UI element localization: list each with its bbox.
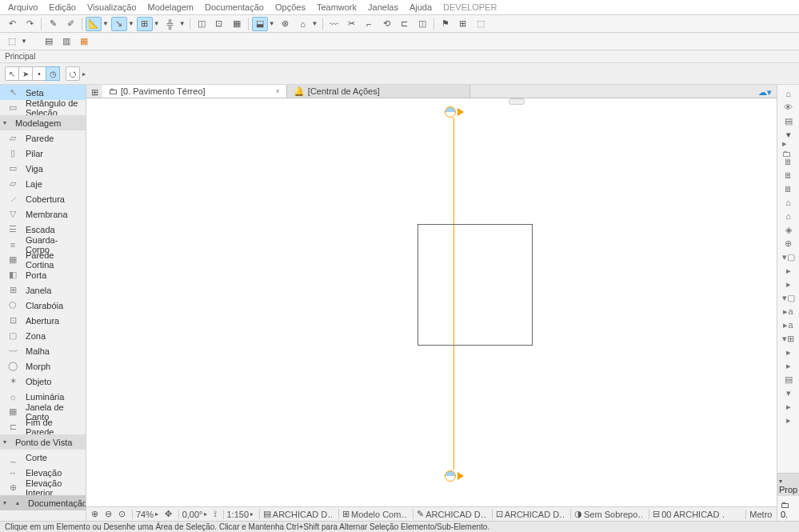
seg-dot[interactable]: • [32, 66, 46, 81]
zoom-fit-icon[interactable]: ⊕ [91, 509, 98, 519]
undo-button[interactable]: ↶ [4, 17, 20, 31]
nav-expand4[interactable]: ▾▢ [782, 292, 795, 303]
zone-tool-dropdown[interactable]: ▼ [21, 38, 27, 45]
zoom-100-icon[interactable]: ⊙ [118, 509, 126, 519]
ruler-dropdown[interactable]: ▼ [102, 20, 109, 27]
toolbox-header-doc[interactable]: ▸Documentação [0, 495, 86, 510]
tool-interior-elev[interactable]: ⊕Elevação Interior [0, 480, 86, 495]
tool-beam[interactable]: ▭Viga [0, 161, 86, 176]
id-button[interactable]: ⊞ [455, 17, 471, 31]
tool-mesh[interactable]: 〰Malha [0, 343, 86, 358]
grid-button[interactable]: ╬ [162, 17, 178, 31]
nav-item2-icon[interactable]: 🗎 [782, 170, 795, 181]
properties-collapsed[interactable]: ▾ Prop [777, 473, 799, 496]
nav-expand8[interactable]: ▸ [782, 346, 795, 358]
ruler-button[interactable]: 📐 [86, 17, 102, 31]
tab-grid-button[interactable]: ⊞ [87, 85, 102, 99]
menu-ajuda[interactable]: Ajuda [405, 2, 437, 13]
mirror-button[interactable]: ⊏ [397, 17, 413, 31]
toolbox-header-modelagem[interactable]: Modelagem [0, 115, 86, 130]
gravity-button[interactable]: ⬓ [252, 17, 268, 31]
tool-curtain[interactable]: ▦Parede Cortina [0, 252, 86, 267]
tool-skylight[interactable]: ⬠Clarabóia [0, 298, 86, 313]
orient-icon[interactable]: ⟟ [214, 509, 217, 519]
wireframe-button[interactable]: ⬚ [473, 17, 489, 31]
measure-button[interactable]: 〰 [326, 17, 342, 31]
tool-wall[interactable]: ▱Parede [0, 130, 86, 146]
tool-window[interactable]: ⊞Janela [0, 282, 86, 298]
layer-value[interactable]: ARCHICAD D… [273, 510, 332, 519]
nav-project-icon[interactable]: ⌂ [782, 88, 795, 99]
nav-expand6[interactable]: ▸a [782, 319, 795, 330]
story-marker-bottom[interactable] [445, 470, 464, 482]
tool-section[interactable]: ⎯Corte [0, 450, 86, 465]
seg-cursor[interactable]: ⭯ [66, 66, 80, 81]
menu-visualizacao[interactable]: Visualização [82, 2, 142, 13]
scale-value[interactable]: 1:150 [227, 510, 250, 519]
angle-value[interactable]: 0,00° [182, 510, 203, 519]
nav-expand5[interactable]: ▸a [782, 306, 795, 317]
zoom-out-icon[interactable]: ⊖ [105, 509, 112, 519]
trace-opt-button[interactable]: ▦ [76, 34, 92, 49]
tab-cloud-button[interactable]: ☁▾ [753, 85, 776, 99]
nav-expand9[interactable]: ▸ [782, 360, 795, 371]
seg-arrow[interactable]: ➤ [18, 66, 33, 81]
tool-slab[interactable]: ▱Laje [0, 176, 86, 191]
zoom-value[interactable]: 74% [136, 510, 154, 519]
menu-documentacao[interactable]: Documentação [200, 2, 269, 13]
seg-pointer[interactable]: ↖ [5, 66, 19, 81]
elevation-dropdown[interactable]: ▼ [312, 20, 318, 27]
close-icon[interactable]: × [276, 87, 280, 95]
dim-value[interactable]: 00 ARCHICAD … [661, 510, 725, 519]
tool-shell[interactable]: ▽Membrana [0, 206, 86, 222]
multiply-button[interactable]: ◫ [414, 17, 430, 31]
tool-door[interactable]: ◧Porta [0, 267, 86, 282]
nav-layout-icon[interactable]: ▤ [782, 115, 795, 126]
nav-house-icon[interactable]: ⌂ [782, 210, 795, 222]
gravity-dropdown[interactable]: ▼ [269, 20, 275, 27]
suspend-button[interactable]: ◫ [194, 17, 210, 31]
story-marker-top[interactable] [445, 106, 464, 118]
nav-item3-icon[interactable]: 🗎 [782, 183, 795, 194]
tool-opening[interactable]: ⊡Abertura [0, 313, 86, 328]
nav-expand10[interactable]: ▸ [782, 401, 795, 412]
snap-dropdown[interactable]: ▼ [154, 20, 160, 27]
menu-modelagem[interactable]: Modelagem [143, 2, 198, 13]
rotate-button[interactable]: ⟲ [379, 17, 395, 31]
nav-globe-icon[interactable]: ⊕ [782, 238, 795, 249]
tab-floorplan[interactable]: 🗀 [0. Pavimento Térreo] × [102, 85, 287, 98]
seg-circle[interactable]: ◷ [46, 66, 60, 81]
nav-expand2[interactable]: ▸ [782, 265, 795, 276]
drawn-rectangle[interactable] [417, 224, 533, 346]
unit-value[interactable]: Metro [749, 510, 772, 519]
menu-teamwork[interactable]: Teamwork [312, 2, 362, 13]
tool-roof[interactable]: ⟋Cobertura [0, 191, 86, 206]
syringe-button[interactable]: ✐ [62, 17, 78, 31]
menu-edicao[interactable]: Edição [44, 2, 81, 13]
floorplan-canvas[interactable] [86, 98, 777, 506]
lock-button[interactable]: ▦ [229, 17, 245, 31]
model-value[interactable]: Modelo Com… [351, 510, 406, 519]
pan-icon[interactable]: ✥ [165, 509, 172, 519]
elevation-button[interactable]: ⌂ [295, 17, 311, 31]
nav-expand3[interactable]: ▸ [782, 278, 795, 290]
nav-home-icon[interactable]: ⌂ [782, 197, 795, 208]
toolbox-header-ponto[interactable]: Ponto de Vista [0, 434, 86, 450]
nav-expand7[interactable]: ▾⊞ [782, 333, 795, 344]
guide-button[interactable]: ↘ [111, 17, 127, 31]
tool-morph[interactable]: ◯Morph [0, 358, 86, 374]
nav-list-icon[interactable]: ▤ [782, 374, 795, 385]
pen-value[interactable]: ARCHICAD D… [425, 510, 485, 519]
tab-actioncenter[interactable]: 🔔 [Central de Ações] [287, 85, 470, 98]
nav-item-icon[interactable]: 🗎 [782, 156, 795, 167]
nav-folder-icon[interactable]: ▸🗀 [782, 142, 795, 154]
eyedropper-button[interactable]: ✎ [45, 17, 61, 31]
nav-view-icon[interactable]: 👁 [782, 102, 795, 113]
snap-button[interactable]: ⊞ [137, 17, 153, 31]
tool-wall-end[interactable]: ⊏Fim de Parede [0, 419, 86, 434]
nav-detail-icon[interactable]: ◈ [782, 224, 795, 235]
nav-expand1[interactable]: ▾▢ [782, 251, 795, 262]
nav-bottom-item[interactable]: 🗀 0. [777, 498, 799, 521]
trim-button[interactable]: ⌐ [362, 17, 378, 31]
nav-expand11[interactable]: ▸ [782, 414, 795, 426]
